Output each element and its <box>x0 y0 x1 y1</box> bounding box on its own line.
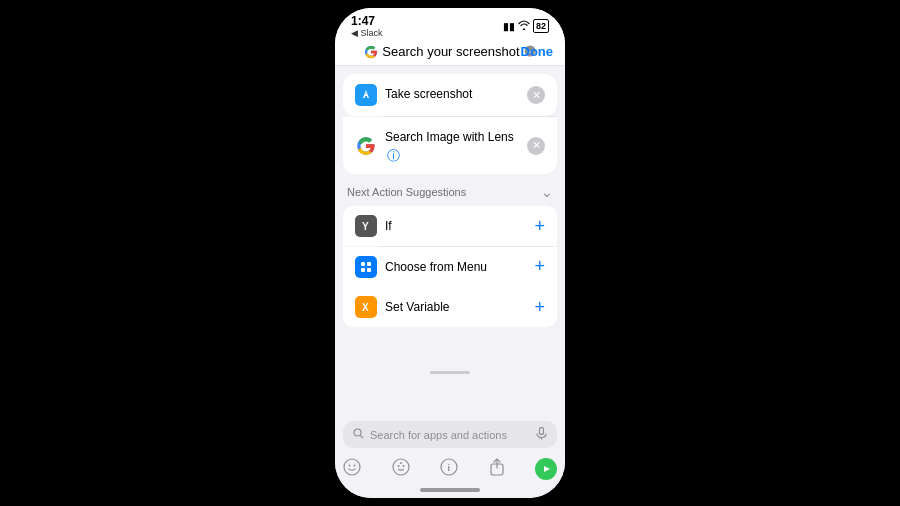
home-indicator <box>335 488 565 498</box>
play-button[interactable] <box>535 458 557 480</box>
choose-menu-add-btn[interactable]: + <box>534 256 545 277</box>
suggestion-set-variable: X Set Variable + <box>343 287 557 327</box>
home-bar <box>420 488 480 492</box>
status-app: ◀ Slack <box>351 28 383 38</box>
menu-icon <box>355 256 377 278</box>
xcode-icon <box>355 84 377 106</box>
take-screenshot-card: Take screenshot ✕ <box>343 74 557 116</box>
if-label: If <box>385 219 392 233</box>
svg-point-16 <box>397 465 399 467</box>
info-bottom-icon[interactable]: i <box>440 458 458 480</box>
status-bar: 1:47 ◀ Slack ▮▮ 82 <box>335 8 565 40</box>
svg-text:Y: Y <box>362 221 369 232</box>
choose-menu-label: Choose from Menu <box>385 260 487 274</box>
phone-frame: 1:47 ◀ Slack ▮▮ 82 Search you <box>335 8 565 498</box>
google-logo <box>364 45 378 59</box>
status-icons: ▮▮ 82 <box>503 19 549 33</box>
wifi-icon <box>518 20 530 32</box>
svg-point-15 <box>393 459 409 475</box>
content-area: Take screenshot ✕ Search Imag <box>335 66 565 415</box>
next-action-header: Next Action Suggestions ⌄ <box>335 174 565 206</box>
bottom-toolbar: i <box>335 454 565 488</box>
svg-point-8 <box>354 429 361 436</box>
svg-rect-6 <box>367 268 371 272</box>
scroll-indicator <box>335 367 565 378</box>
done-button[interactable]: Done <box>521 44 554 59</box>
svg-point-12 <box>344 459 360 475</box>
battery-icon: 82 <box>533 19 549 33</box>
face-icon[interactable] <box>392 458 410 480</box>
section-chevron[interactable]: ⌄ <box>541 184 553 200</box>
svg-rect-10 <box>540 428 544 435</box>
next-action-title: Next Action Suggestions <box>347 186 466 198</box>
suggestion-if: Y If + <box>343 206 557 246</box>
svg-rect-4 <box>367 262 371 266</box>
header-title: Search your screenshot <box>382 44 519 59</box>
search-bar[interactable]: Search for apps and actions <box>343 421 557 448</box>
svg-marker-22 <box>544 466 550 472</box>
take-screenshot-label: Take screenshot <box>385 87 472 103</box>
search-placeholder: Search for apps and actions <box>370 429 530 441</box>
svg-point-14 <box>354 465 356 467</box>
if-icon: Y <box>355 215 377 237</box>
svg-point-17 <box>402 465 404 467</box>
svg-point-18 <box>400 462 402 464</box>
svg-rect-3 <box>361 262 365 266</box>
set-variable-label: Set Variable <box>385 300 449 314</box>
status-left: 1:47 ◀ Slack <box>351 14 383 38</box>
share-icon[interactable] <box>489 458 505 480</box>
search-bar-container: Search for apps and actions <box>335 415 565 454</box>
search-image-lens-card: Search Image with Lens ⓘ ✕ <box>343 117 557 174</box>
search-icon <box>353 428 364 441</box>
google-lens-icon <box>355 135 377 157</box>
svg-line-9 <box>361 436 364 439</box>
info-icon[interactable]: ⓘ <box>387 148 400 163</box>
if-add-btn[interactable]: + <box>534 216 545 237</box>
smiley-icon[interactable] <box>343 458 361 480</box>
variable-icon: X <box>355 296 377 318</box>
svg-text:i: i <box>448 463 451 473</box>
status-time: 1:47 <box>351 14 383 28</box>
header: Search your screenshot ✓ Done <box>335 40 565 66</box>
take-screenshot-close[interactable]: ✕ <box>527 86 545 104</box>
spacer <box>335 327 565 367</box>
signal-icon: ▮▮ <box>503 21 515 32</box>
mic-icon[interactable] <box>536 427 547 442</box>
svg-rect-5 <box>361 268 365 272</box>
svg-point-13 <box>349 465 351 467</box>
suggestion-choose-menu: Choose from Menu + <box>343 247 557 287</box>
set-variable-add-btn[interactable]: + <box>534 297 545 318</box>
search-lens-label: Search Image with Lens ⓘ <box>385 130 514 163</box>
search-lens-close[interactable]: ✕ <box>527 137 545 155</box>
suggestion-list: Y If + <box>335 206 565 327</box>
svg-text:X: X <box>362 302 369 313</box>
